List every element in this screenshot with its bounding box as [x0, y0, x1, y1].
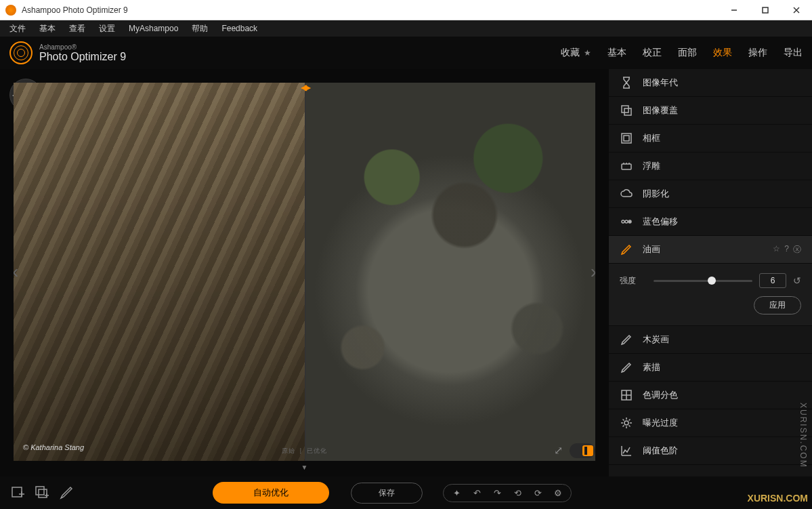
favorite-icon[interactable]: ☆: [773, 244, 780, 256]
auto-optimize-button[interactable]: 自动优化: [213, 482, 329, 504]
effect-oil-painting[interactable]: 油画 ☆ ? ⓧ: [609, 236, 812, 264]
image-stage[interactable]: ◀▶ ‹ › © Katharina Stang 原始 | 已优化 ⤢: [14, 83, 595, 461]
next-image-button[interactable]: ›: [591, 261, 595, 283]
effect-parameters: 强度 6 ↺ 应用: [609, 264, 812, 326]
tab-operations[interactable]: 操作: [748, 47, 767, 59]
svg-rect-16: [39, 489, 47, 497]
add-image-icon[interactable]: [9, 485, 26, 501]
frame-icon: [620, 131, 633, 145]
strength-slider[interactable]: [654, 280, 752, 282]
category-tabs: 收藏★ 基本 校正 面部 效果 操作 导出: [561, 47, 803, 59]
logo-brand: Ashampoo®: [39, 43, 126, 51]
tab-favorites[interactable]: 收藏★: [561, 47, 591, 59]
svg-rect-5: [624, 108, 631, 115]
svg-rect-8: [622, 164, 631, 169]
svg-rect-6: [622, 134, 631, 143]
close-icon[interactable]: ⓧ: [793, 244, 801, 256]
effect-threshold[interactable]: 阈值色阶: [609, 437, 812, 465]
maximize-button[interactable]: [750, 0, 781, 20]
effect-blue-shift[interactable]: 蓝色偏移: [609, 208, 812, 236]
titlebar: Ashampoo Photo Optimizer 9: [0, 0, 812, 20]
tab-correction[interactable]: 校正: [643, 47, 662, 59]
undo-icon[interactable]: ↶: [471, 488, 483, 498]
menubar: 文件 基本 查看 设置 MyAshampoo 帮助 Feedback: [0, 20, 812, 37]
reset-icon[interactable]: ↺: [793, 275, 801, 286]
levels-icon: [620, 388, 633, 402]
bottom-toolbar: 自动优化 保存 ✦ ↶ ↷ ⟲ ⟳ ⚙: [0, 476, 812, 509]
emboss-icon: [620, 159, 633, 173]
compare-split-handle[interactable]: ◀▶: [305, 83, 306, 461]
brush-icon: [620, 243, 633, 256]
menu-help[interactable]: 帮助: [186, 23, 213, 35]
brush-tool-icon[interactable]: [58, 485, 74, 501]
svg-rect-15: [36, 487, 44, 495]
redo-icon[interactable]: ↷: [491, 488, 503, 498]
menu-myashampoo[interactable]: MyAshampoo: [123, 24, 184, 33]
logo-product: Photo Optimizer 9: [39, 51, 126, 63]
tab-face[interactable]: 面部: [678, 47, 697, 59]
effect-sketch[interactable]: 素描: [609, 354, 812, 382]
svg-rect-4: [622, 106, 628, 113]
hourglass-icon: [620, 76, 633, 89]
svg-point-10: [625, 220, 628, 223]
effect-charcoal[interactable]: 木炭画: [609, 326, 812, 354]
svg-rect-14: [12, 487, 22, 497]
save-button[interactable]: 保存: [351, 483, 423, 504]
filmstrip-toggle[interactable]: ▼: [7, 461, 602, 471]
tab-basic[interactable]: 基本: [607, 47, 626, 59]
effect-shadow[interactable]: 阴影化: [609, 180, 812, 208]
effect-frame[interactable]: 相框: [609, 125, 812, 152]
cloud-icon: [620, 187, 633, 201]
svg-point-13: [624, 421, 628, 425]
close-button[interactable]: [781, 0, 812, 20]
compare-mode-toggle[interactable]: [570, 443, 595, 458]
menu-view[interactable]: 查看: [64, 23, 91, 35]
tab-export[interactable]: 导出: [784, 47, 803, 59]
magic-wand-icon[interactable]: ✦: [450, 488, 463, 498]
overlay-icon: [620, 104, 633, 117]
svg-rect-1: [763, 7, 768, 13]
pencil-icon: [620, 333, 633, 346]
effect-posterize[interactable]: 色调分色: [609, 382, 812, 409]
effect-image-overlay[interactable]: 图像覆盖: [609, 97, 812, 125]
rotate-left-icon[interactable]: ⟲: [511, 488, 523, 498]
add-folder-icon[interactable]: [34, 485, 50, 501]
effect-solarize[interactable]: 曝光过度: [609, 409, 812, 437]
split-labels: 原始 | 已优化: [282, 447, 327, 455]
app-icon: [5, 5, 16, 16]
svg-point-9: [622, 220, 624, 223]
chart-icon: [620, 444, 633, 457]
gear-icon: [620, 416, 633, 430]
prev-image-button[interactable]: ‹: [14, 261, 18, 283]
effects-sidebar: 图像年代 图像覆盖 相框 浮雕 阴影化 蓝色偏移 油画 ☆ ?: [609, 69, 812, 476]
menu-basic[interactable]: 基本: [34, 23, 61, 35]
svg-rect-7: [624, 136, 629, 141]
apply-button[interactable]: 应用: [754, 296, 801, 314]
watermark-vertical: XURISN.COM: [798, 403, 808, 468]
svg-point-11: [628, 220, 631, 223]
dots-icon: [620, 215, 633, 228]
rotate-right-icon[interactable]: ⟳: [532, 488, 544, 498]
star-icon: ★: [584, 48, 591, 58]
settings-icon[interactable]: ⚙: [552, 488, 564, 498]
app-header: Ashampoo® Photo Optimizer 9 收藏★ 基本 校正 面部…: [0, 37, 812, 69]
image-optimized: [305, 83, 596, 461]
tab-effects[interactable]: 效果: [713, 47, 732, 59]
strength-label: 强度: [620, 275, 647, 287]
watermark-horizontal: XURISN.COM: [748, 493, 808, 504]
window-title: Ashampoo Photo Optimizer 9: [22, 5, 719, 15]
effect-image-age[interactable]: 图像年代: [609, 69, 812, 97]
pencil-icon: [620, 361, 633, 374]
menu-file[interactable]: 文件: [4, 23, 31, 35]
strength-value[interactable]: 6: [759, 273, 786, 288]
chevron-down-icon: ▼: [301, 464, 308, 471]
menu-feedback[interactable]: Feedback: [216, 24, 263, 33]
minimize-button[interactable]: [719, 0, 750, 20]
menu-settings[interactable]: 设置: [93, 23, 121, 35]
logo-icon: [9, 41, 33, 64]
help-icon[interactable]: ?: [784, 244, 789, 256]
logo-text: Ashampoo® Photo Optimizer 9: [39, 43, 126, 63]
effect-emboss[interactable]: 浮雕: [609, 152, 812, 180]
quick-tools: ✦ ↶ ↷ ⟲ ⟳ ⚙: [443, 484, 572, 502]
collapse-compare-icon[interactable]: ⤢: [554, 444, 563, 457]
